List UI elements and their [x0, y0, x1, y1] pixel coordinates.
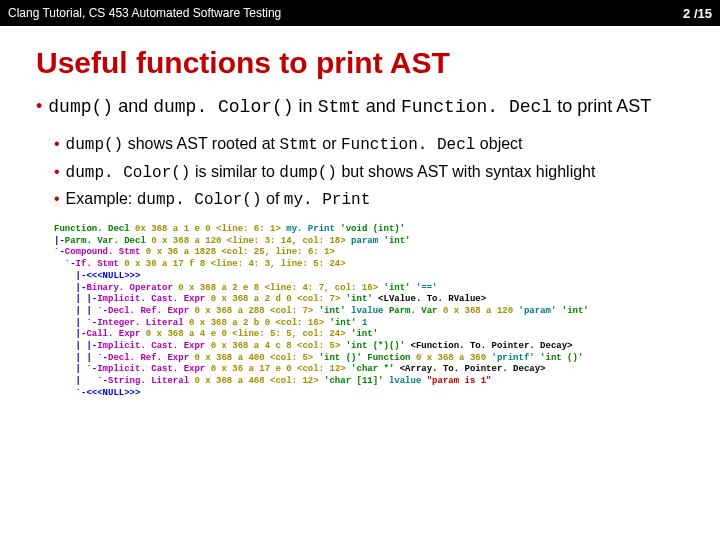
- bullet-list: •dump() and dump. Color() in Stmt and Fu…: [0, 94, 720, 212]
- page-number: 2 /15: [683, 6, 712, 21]
- code-token: Stmt: [279, 136, 317, 154]
- code-token: Function. Decl: [341, 136, 475, 154]
- bullet-dot-icon: •: [54, 135, 66, 152]
- code-token: Function. Decl: [401, 97, 552, 117]
- bullet-dot-icon: •: [54, 190, 66, 207]
- text: and: [361, 96, 401, 116]
- bullet-level1: •dump() and dump. Color() in Stmt and Fu…: [36, 94, 684, 119]
- text: in: [294, 96, 318, 116]
- code-token: dump(): [48, 97, 113, 117]
- text: and: [113, 96, 153, 116]
- code-token: dump(): [279, 164, 337, 182]
- code-token: Stmt: [318, 97, 361, 117]
- header-subtitle: Clang Tutorial, CS 453 Automated Softwar…: [8, 6, 281, 20]
- text: is similar to: [190, 163, 279, 180]
- text: but shows AST with syntax highlight: [337, 163, 596, 180]
- bullet-dot-icon: •: [36, 96, 48, 116]
- bullet-level2: •Example: dump. Color() of my. Print: [36, 188, 684, 212]
- bullet-dot-icon: •: [54, 163, 66, 180]
- bullet-level2: •dump() shows AST rooted at Stmt or Func…: [36, 133, 684, 157]
- bullet-level2: •dump. Color() is similar to dump() but …: [36, 161, 684, 185]
- code-token: my. Print: [284, 191, 370, 209]
- text: to print AST: [552, 96, 651, 116]
- text: of: [262, 190, 284, 207]
- text: shows AST rooted at: [123, 135, 279, 152]
- header-bar: Clang Tutorial, CS 453 Automated Softwar…: [0, 0, 720, 26]
- code-token: dump. Color(): [137, 191, 262, 209]
- text: or: [318, 135, 341, 152]
- text: Example:: [66, 190, 137, 207]
- code-token: dump. Color(): [153, 97, 293, 117]
- code-token: dump. Color(): [66, 164, 191, 182]
- slide-title: Useful functions to print AST: [0, 26, 720, 94]
- code-token: dump(): [66, 136, 124, 154]
- ast-dump-output: Function. Decl 0x 368 a 1 e 0 <line: 6: …: [0, 216, 720, 399]
- text: object: [475, 135, 522, 152]
